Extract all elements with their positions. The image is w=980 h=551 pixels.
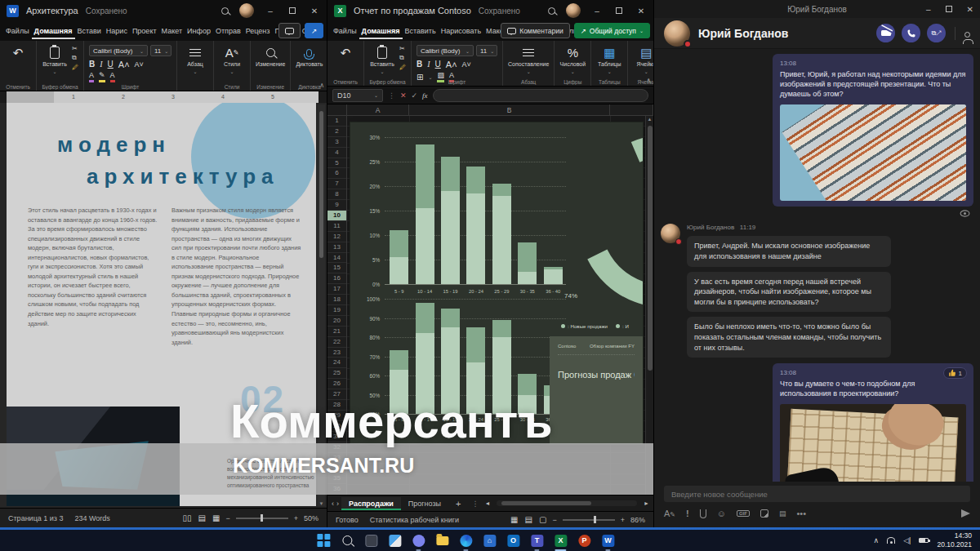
tab-Файлы[interactable]: Файлы (3, 23, 32, 39)
row-header-8[interactable]: 8 (327, 189, 346, 200)
chat-message-list[interactable]: 13:08 Привет, Юрий, я работал над некото… (654, 49, 980, 482)
edge-icon[interactable] (457, 531, 474, 549)
close-button[interactable]: ✕ (309, 7, 320, 16)
collapse-ribbon-icon[interactable]: ∧ (646, 77, 651, 84)
name-box[interactable]: D10⌄ (332, 89, 383, 102)
share-button[interactable]: ↗ Общий доступ ⌄ (574, 23, 650, 38)
gif-icon[interactable]: GIF (737, 510, 750, 517)
copy-icon[interactable]: ⧉ (399, 54, 406, 62)
normal-view-icon[interactable]: ▦ (510, 515, 518, 524)
contact-avatar[interactable] (664, 20, 690, 47)
comments-button[interactable]: Комментарии (501, 23, 570, 38)
page-break-icon[interactable]: ▢ (539, 515, 546, 524)
row-header-6[interactable]: 6 (327, 168, 346, 179)
tables-button[interactable]: ▦Таблицы⌄ (596, 45, 622, 74)
taskbar-search-icon[interactable] (338, 531, 356, 549)
row-header-9[interactable]: 9 (327, 200, 346, 211)
styles-button[interactable]: A✎Стили⌄ (219, 45, 245, 74)
column-headers[interactable]: A B (327, 104, 653, 116)
print-layout-icon[interactable]: ▤ (198, 513, 206, 522)
bar-20 - 24[interactable] (466, 167, 485, 284)
row-header-25[interactable]: 25 (327, 368, 346, 379)
bar-5 - 9[interactable] (390, 230, 408, 284)
widgets-icon[interactable] (385, 531, 403, 549)
format-icon[interactable]: A✎ (664, 509, 675, 518)
number-format-button[interactable]: %Числовой⌄ (559, 45, 586, 74)
tab-Встави[interactable]: Встави (75, 23, 104, 39)
tab-Файлы[interactable]: Файлы (331, 23, 359, 39)
row-header-4[interactable]: 4 (327, 148, 346, 158)
tab-Домашняя[interactable]: Домашняя (359, 23, 403, 39)
screen-share-button[interactable]: ⧉↗ (927, 24, 946, 42)
tab-Нарисовать[interactable]: Нарисовать (439, 23, 483, 39)
store-icon[interactable]: ⌂ (480, 531, 498, 549)
zoom-level[interactable]: 50% (304, 514, 318, 522)
ruler[interactable]: 12345 (7, 91, 318, 103)
underline-button[interactable]: U (108, 60, 114, 69)
outlook-icon[interactable]: O (504, 531, 522, 549)
read-mode-icon[interactable]: ▯▯ (183, 513, 192, 522)
wifi-icon[interactable] (887, 537, 895, 544)
word-icon[interactable]: W (599, 531, 617, 549)
excel-icon[interactable]: X (551, 531, 569, 549)
add-sheet-button[interactable]: + (451, 499, 466, 509)
volume-icon[interactable]: ◁| (903, 536, 911, 544)
bold-button[interactable]: B (89, 60, 95, 69)
emoji-icon[interactable]: ☺ (717, 509, 726, 518)
cut-icon[interactable]: ✂ (72, 45, 78, 52)
chat-icon[interactable] (409, 531, 427, 549)
format-painter-icon[interactable]: 🖉 (72, 64, 78, 71)
row-header-24[interactable]: 24 (327, 358, 346, 368)
close-button[interactable]: ✕ (635, 7, 647, 16)
web-layout-icon[interactable]: ▦ (212, 513, 220, 522)
minimize-button[interactable]: – (926, 5, 931, 14)
font-color-button[interactable]: A (110, 72, 115, 82)
comments-button[interactable] (278, 23, 301, 38)
paragraph-button[interactable]: Абзац⌄ (182, 45, 208, 74)
tab-Инфор[interactable]: Инфор (185, 23, 213, 39)
row-header-19[interactable]: 19 (327, 305, 346, 316)
row-header-18[interactable]: 18 (327, 295, 346, 305)
sticker-icon[interactable] (760, 509, 768, 518)
row-header-7[interactable]: 7 (327, 179, 346, 189)
undo-button[interactable]: ↶ (5, 45, 31, 60)
search-icon[interactable] (221, 7, 229, 15)
text-effects-button[interactable]: А (89, 72, 94, 82)
paste-button[interactable]: Вставить⌄ (42, 45, 68, 74)
font-name-select[interactable]: Calibri (Body)⌄ (89, 45, 148, 56)
row-header-13[interactable]: 13 (327, 242, 346, 253)
row-header-3[interactable]: 3 (327, 137, 346, 148)
zoom-slider[interactable] (236, 518, 288, 519)
sheet-options-icon[interactable]: ⋮ (469, 500, 483, 508)
cells-button[interactable]: ▤Ячейки⌄ (633, 45, 653, 74)
bar-30 - 35[interactable] (518, 242, 537, 284)
start-button[interactable] (314, 531, 332, 549)
building-photo-attachment[interactable] (780, 104, 966, 201)
workbook-stats[interactable]: Статистика рабочей книги (370, 516, 459, 524)
format-painter-icon[interactable]: 🖉 (399, 64, 406, 71)
maximize-button[interactable] (613, 7, 625, 16)
task-view-icon[interactable] (362, 531, 380, 549)
clock[interactable]: 14:30 20.10.2021 (937, 531, 972, 549)
thumbs-up-reaction[interactable]: 1 (943, 367, 967, 379)
zoom-out-button[interactable]: − (225, 514, 229, 522)
sheet-tab-Прогнозы[interactable]: Прогнозы (401, 497, 448, 510)
excel-vertical-scrollbar[interactable]: ▲ (645, 116, 653, 495)
sent-message[interactable]: 13:08 Привет, Юрий, я работал над некото… (773, 54, 973, 207)
more-options-icon[interactable]: ••• (796, 509, 806, 518)
prev-sheet-icon[interactable]: ‹ (332, 500, 334, 508)
row-header-2[interactable]: 2 (327, 127, 346, 137)
row-header-14[interactable]: 14 (327, 253, 346, 264)
editing-button[interactable]: Изменение (256, 45, 285, 67)
maximize-button[interactable] (287, 7, 298, 16)
insert-function-icon[interactable]: fx (422, 91, 428, 100)
message-bubble[interactable]: Привет, Андрей. Мы искали основное изобр… (687, 236, 891, 266)
audio-call-button[interactable] (902, 24, 920, 42)
zoom-in-button[interactable]: + (294, 514, 298, 522)
shrink-font-button[interactable]: A˅ (135, 60, 144, 69)
shrink-font-button[interactable]: A˅ (462, 60, 471, 69)
sheet-tab-Распродажи[interactable]: Распродажи (341, 497, 401, 510)
word-count[interactable]: 234 Words (74, 514, 109, 522)
avatar[interactable] (239, 3, 254, 18)
row-header-12[interactable]: 12 (327, 232, 346, 242)
